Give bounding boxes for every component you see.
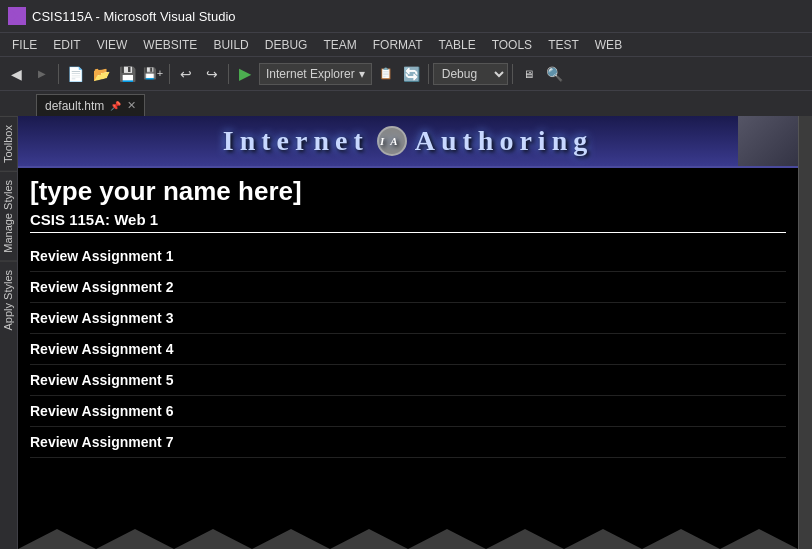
toolbox-panel[interactable]: Toolbox — [0, 116, 17, 171]
toolbar: ◀ ▶ 📄 📂 💾 💾+ ↩ ↪ ▶ Internet Explorer ▾ 📋… — [0, 56, 812, 90]
save-button[interactable]: 💾 — [115, 62, 139, 86]
assignment-link-3[interactable]: Review Assignment 3 — [30, 303, 786, 334]
page-subtitle: CSIS 115A: Web 1 — [30, 211, 786, 233]
toolbar-sep-2 — [169, 64, 170, 84]
device-button[interactable]: 🖥 — [517, 62, 541, 86]
web-preview: Internet IA Authoring [type your name he… — [18, 116, 798, 549]
menu-view[interactable]: VIEW — [89, 33, 136, 56]
tab-pin[interactable]: 📌 — [110, 101, 121, 111]
header-internet: Internet — [223, 125, 369, 157]
ia-gear-icon: IA — [377, 126, 407, 156]
menu-bar: FILE EDIT VIEW WEBSITE BUILD DEBUG TEAM … — [0, 32, 812, 56]
search-button[interactable]: 🔍 — [543, 62, 567, 86]
debug-dropdown[interactable]: Debug Release — [433, 63, 508, 85]
side-panels-left: Toolbox Manage Styles Apply Styles — [0, 116, 18, 549]
browser-selector[interactable]: Internet Explorer ▾ — [259, 63, 372, 85]
toolbar-sep-3 — [228, 64, 229, 84]
page-title: [type your name here] — [30, 176, 786, 207]
header-side-image — [738, 116, 798, 168]
vs-icon — [8, 7, 26, 25]
apply-styles-panel[interactable]: Apply Styles — [0, 261, 17, 339]
back-button[interactable]: ◀ — [4, 62, 28, 86]
run-button[interactable]: ▶ — [233, 62, 257, 86]
toolbar-sep-1 — [58, 64, 59, 84]
tab-label: default.htm — [45, 99, 104, 113]
menu-tools[interactable]: TOOLS — [484, 33, 540, 56]
menu-test[interactable]: TEST — [540, 33, 587, 56]
browser-label: Internet Explorer — [266, 67, 355, 81]
menu-table[interactable]: TABLE — [431, 33, 484, 56]
redo-button[interactable]: ↪ — [200, 62, 224, 86]
refresh-button[interactable]: 🔄 — [400, 62, 424, 86]
assignment-link-7[interactable]: Review Assignment 7 — [30, 427, 786, 458]
editor-area: Internet IA Authoring [type your name he… — [18, 116, 798, 549]
tab-bar: default.htm 📌 ✕ — [0, 90, 812, 116]
open-button[interactable]: 📂 — [89, 62, 113, 86]
menu-file[interactable]: FILE — [4, 33, 45, 56]
assignment-link-1[interactable]: Review Assignment 1 — [30, 241, 786, 272]
web-header: Internet IA Authoring — [18, 116, 798, 168]
menu-debug[interactable]: DEBUG — [257, 33, 316, 56]
menu-web[interactable]: WEB — [587, 33, 630, 56]
scrollbar-area[interactable] — [798, 116, 812, 549]
title-text: CSIS115A - Microsoft Visual Studio — [32, 9, 236, 24]
web-header-text: Internet IA Authoring — [223, 125, 593, 157]
toolbar-sep-4 — [428, 64, 429, 84]
browser-dropdown-icon[interactable]: ▾ — [359, 67, 365, 81]
svg-marker-0 — [8, 9, 18, 23]
assignment-link-6[interactable]: Review Assignment 6 — [30, 396, 786, 427]
assignment-link-4[interactable]: Review Assignment 4 — [30, 334, 786, 365]
assignment-link-2[interactable]: Review Assignment 2 — [30, 272, 786, 303]
web-content: [type your name here] CSIS 115A: Web 1 R… — [18, 168, 798, 466]
header-authoring: Authoring — [415, 125, 593, 157]
new-button[interactable]: 📄 — [63, 62, 87, 86]
menu-build[interactable]: BUILD — [205, 33, 256, 56]
title-bar: CSIS115A - Microsoft Visual Studio — [0, 0, 812, 32]
manage-styles-panel[interactable]: Manage Styles — [0, 171, 17, 261]
editor-tab[interactable]: default.htm 📌 ✕ — [36, 94, 145, 116]
tab-close[interactable]: ✕ — [127, 99, 136, 112]
menu-format[interactable]: FORMAT — [365, 33, 431, 56]
links-list: Review Assignment 1Review Assignment 2Re… — [30, 241, 786, 458]
browser-options-button[interactable]: 📋 — [374, 62, 398, 86]
menu-edit[interactable]: EDIT — [45, 33, 88, 56]
svg-marker-1 — [18, 7, 26, 25]
forward-button[interactable]: ▶ — [30, 62, 54, 86]
menu-team[interactable]: TEAM — [315, 33, 364, 56]
menu-website[interactable]: WEBSITE — [135, 33, 205, 56]
save-all-button[interactable]: 💾+ — [141, 62, 165, 86]
toolbar-sep-5 — [512, 64, 513, 84]
undo-button[interactable]: ↩ — [174, 62, 198, 86]
main-layout: Toolbox Manage Styles Apply Styles Inter… — [0, 116, 812, 549]
assignment-link-5[interactable]: Review Assignment 5 — [30, 365, 786, 396]
